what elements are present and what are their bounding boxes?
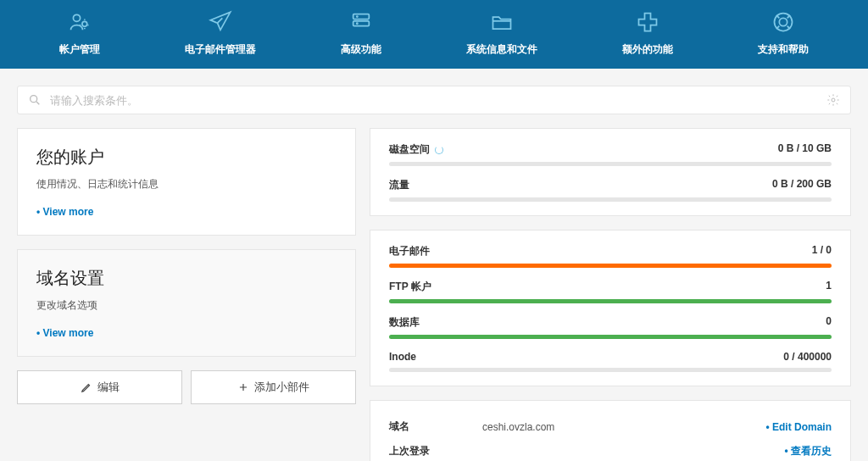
view-more-link[interactable]: View more: [36, 327, 93, 339]
users-icon: [66, 8, 93, 36]
panel-desc: 更改域名选项: [36, 298, 337, 313]
plane-icon: [207, 8, 234, 36]
loading-icon: [435, 146, 443, 154]
svg-rect-3: [353, 21, 370, 26]
svg-point-0: [73, 14, 80, 21]
account-panel: 您的账户 使用情况、日志和统计信息 View more: [17, 128, 356, 236]
stat-value: 0 B / 200 GB: [772, 178, 832, 192]
inode-row: Inode0 / 400000: [389, 351, 832, 372]
svg-point-9: [832, 98, 835, 102]
plus-icon: [634, 8, 661, 36]
db-row: 数据库0: [389, 315, 832, 339]
email-row: 电子邮件1 / 0: [389, 244, 832, 268]
add-widget-button[interactable]: 添加小部件: [191, 370, 356, 404]
stat-value: 0 / 400000: [783, 351, 832, 363]
disk-row: 磁盘空间 0 B / 10 GB: [389, 142, 832, 166]
progress-bar: [389, 368, 832, 372]
nav-account[interactable]: 帐户管理: [59, 8, 100, 57]
bandwidth-row: 流量 0 B / 200 GB: [389, 178, 832, 202]
nav-label: 系统信息和文件: [466, 42, 537, 57]
folder-icon: [488, 8, 515, 36]
stat-value: 0: [826, 315, 832, 330]
nav-label: 额外的功能: [622, 42, 673, 57]
svg-point-1: [82, 21, 87, 26]
lifebuoy-icon: [770, 8, 797, 36]
usage-card: 磁盘空间 0 B / 10 GB 流量 0 B / 200 GB: [370, 128, 851, 216]
domain-panel: 域名设置 更改域名选项 View more: [17, 249, 356, 357]
nav-advanced[interactable]: 高级功能: [341, 8, 381, 57]
view-more-link[interactable]: View more: [36, 206, 93, 218]
svg-point-4: [357, 16, 358, 17]
stat-label: 磁盘空间: [389, 143, 430, 155]
nav-system[interactable]: 系统信息和文件: [466, 8, 537, 57]
search-input[interactable]: [50, 94, 818, 107]
lastlogin-row: 上次登录 查看历史: [389, 439, 832, 461]
top-nav: 帐户管理 电子邮件管理器 高级功能 系统信息和文件 额外的功能 支持和帮助: [0, 0, 868, 69]
progress-bar: [389, 335, 832, 339]
edit-domain-link[interactable]: Edit Domain: [765, 421, 832, 433]
view-history-link[interactable]: 查看历史: [784, 444, 832, 458]
panel-title: 您的账户: [36, 146, 337, 169]
progress-bar: [389, 264, 832, 268]
gear-icon[interactable]: [826, 93, 840, 107]
nav-label: 支持和帮助: [758, 42, 809, 57]
progress-bar: [389, 162, 832, 166]
nav-label: 高级功能: [341, 42, 381, 57]
ftp-row: FTP 帐户1: [389, 280, 832, 303]
nav-label: 电子邮件管理器: [185, 42, 256, 57]
nav-email[interactable]: 电子邮件管理器: [185, 8, 256, 57]
edit-button[interactable]: 编辑: [17, 370, 182, 404]
panel-desc: 使用情况、日志和统计信息: [36, 177, 337, 192]
server-icon: [348, 8, 375, 36]
nav-help[interactable]: 支持和帮助: [758, 8, 809, 57]
stat-label: 数据库: [389, 315, 420, 330]
nav-label: 帐户管理: [59, 42, 100, 57]
info-label: 域名: [389, 419, 482, 434]
svg-point-7: [779, 18, 787, 25]
nav-extra[interactable]: 额外的功能: [622, 8, 673, 57]
info-value: ceshi.ovzla.com: [482, 421, 765, 433]
stat-label: Inode: [389, 351, 416, 363]
info-label: 上次登录: [389, 444, 482, 458]
domain-info-row: 域名 ceshi.ovzla.com Edit Domain: [389, 414, 832, 439]
search-bar: [17, 86, 851, 114]
resources-card: 电子邮件1 / 0 FTP 帐户1 数据库0 Inode0 / 400000: [370, 230, 851, 386]
panel-title: 域名设置: [36, 267, 337, 290]
plus-small-icon: [237, 381, 249, 393]
pencil-icon: [81, 381, 92, 393]
stat-value: 1: [826, 280, 832, 294]
stat-value: 0 B / 10 GB: [778, 142, 832, 157]
svg-point-8: [31, 96, 37, 103]
stat-value: 1 / 0: [812, 244, 832, 258]
domain-info-card: 域名 ceshi.ovzla.com Edit Domain 上次登录 查看历史: [370, 400, 851, 461]
progress-bar: [389, 299, 832, 303]
stat-label: 电子邮件: [389, 244, 430, 258]
progress-bar: [389, 197, 832, 202]
search-icon: [28, 93, 42, 107]
stat-label: 流量: [389, 178, 409, 192]
stat-label: FTP 帐户: [389, 280, 431, 294]
svg-point-5: [357, 23, 358, 24]
svg-rect-2: [353, 14, 370, 19]
